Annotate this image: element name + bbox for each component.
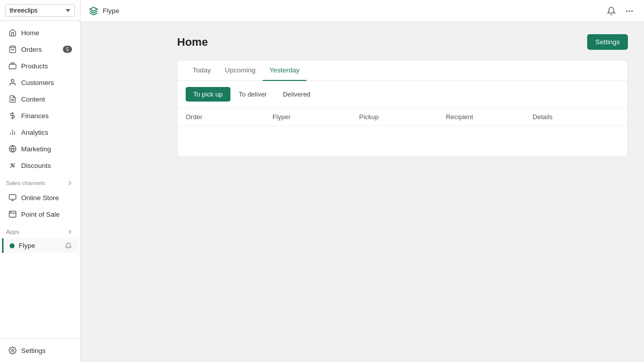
customers-icon xyxy=(8,78,17,87)
svg-point-21 xyxy=(626,11,627,12)
sidebar-item-label: Orders xyxy=(21,46,42,53)
page-header: Home Settings xyxy=(177,34,628,50)
flype-dot xyxy=(10,243,15,248)
sidebar-item-label: Content xyxy=(21,96,45,103)
sidebar-item-label: Customers xyxy=(21,79,54,86)
sales-channels-label: Sales channels xyxy=(6,180,45,186)
sidebar-item-discounts[interactable]: Discounts xyxy=(2,157,78,173)
svg-rect-14 xyxy=(9,195,16,199)
sidebar-item-label: Finances xyxy=(21,112,49,120)
settings-icon xyxy=(8,346,17,355)
sidebar-item-content[interactable]: Content xyxy=(2,91,78,107)
notifications-button[interactable] xyxy=(605,5,618,18)
table-body xyxy=(178,126,627,156)
sidebar-item-label: Online Store xyxy=(21,194,59,202)
topbar-actions xyxy=(605,5,636,18)
svg-point-22 xyxy=(629,11,630,12)
sidebar-item-flype[interactable]: Flype xyxy=(2,238,78,253)
subtab-delivered[interactable]: Delivered xyxy=(275,87,318,102)
sidebar-item-products[interactable]: Products xyxy=(2,58,78,74)
apps-label: Apps xyxy=(6,229,19,235)
col-order: Order xyxy=(186,113,272,121)
svg-rect-1 xyxy=(9,64,16,69)
store-selector[interactable]: threeclips Store 2 Store 3 xyxy=(0,0,80,21)
home-icon xyxy=(8,28,17,37)
flype-logo-icon xyxy=(89,6,99,16)
tab-today[interactable]: Today xyxy=(186,60,218,81)
subtab-to-deliver[interactable]: To deliver xyxy=(231,87,275,102)
main-card: Today Upcoming Yesterday To pick up To d… xyxy=(177,60,628,157)
bell-icon xyxy=(65,242,72,249)
svg-point-11 xyxy=(11,164,13,165)
svg-point-12 xyxy=(13,166,15,167)
sidebar-item-settings[interactable]: Settings xyxy=(2,342,78,358)
orders-icon xyxy=(8,45,17,54)
sidebar-item-home[interactable]: Home xyxy=(2,25,78,41)
col-details: Details xyxy=(533,113,619,121)
sidebar-item-analytics[interactable]: Analytics xyxy=(2,124,78,140)
sidebar-item-label: Settings xyxy=(21,347,46,354)
products-icon xyxy=(8,61,17,70)
more-options-button[interactable] xyxy=(623,5,636,18)
tab-upcoming[interactable]: Upcoming xyxy=(218,60,263,81)
subtab-to-pick-up[interactable]: To pick up xyxy=(186,87,230,102)
tab-yesterday[interactable]: Yesterday xyxy=(263,60,307,81)
table-header: Order Flyper Pickup Recipient Details xyxy=(178,108,627,126)
topbar-app-name: Flype xyxy=(103,7,119,15)
sidebar-item-label: Products xyxy=(21,62,48,70)
sales-channels-section[interactable]: Sales channels xyxy=(0,174,80,189)
sidebar-item-label: Point of Sale xyxy=(21,211,60,218)
settings-button[interactable]: Settings xyxy=(587,34,628,50)
sidebar-item-label: Home xyxy=(21,29,39,37)
svg-point-2 xyxy=(11,79,14,82)
analytics-icon xyxy=(8,128,17,137)
sub-tabs: To pick up To deliver Delivered xyxy=(178,81,627,108)
finances-icon xyxy=(8,111,17,120)
sidebar-item-marketing[interactable]: Marketing xyxy=(2,141,78,157)
sidebar-item-online-store[interactable]: Online Store xyxy=(2,190,78,206)
online-store-icon xyxy=(8,193,17,202)
sidebar-bottom: Settings xyxy=(0,338,80,362)
main-content: Home Settings Today Upcoming Yesterday T… xyxy=(161,22,644,362)
sidebar-item-orders[interactable]: Orders 5 xyxy=(2,41,78,57)
sidebar-item-label: Analytics xyxy=(21,129,48,136)
sidebar-item-customers[interactable]: Customers xyxy=(2,74,78,90)
sidebar-item-label: Discounts xyxy=(21,162,51,169)
sidebar-item-point-of-sale[interactable]: Point of Sale xyxy=(2,206,78,222)
sidebar-item-label: Flype xyxy=(19,242,35,249)
topbar: Flype xyxy=(80,0,644,22)
chevron-right-icon xyxy=(66,179,74,187)
marketing-icon xyxy=(8,144,17,153)
chevron-right-icon xyxy=(66,228,74,236)
col-pickup: Pickup xyxy=(359,113,446,121)
apps-section[interactable]: Apps xyxy=(0,223,80,238)
content-icon xyxy=(8,95,17,104)
col-flyper: Flyper xyxy=(272,113,359,121)
svg-point-20 xyxy=(12,349,14,351)
col-recipient: Recipient xyxy=(446,113,532,121)
svg-rect-17 xyxy=(9,211,16,217)
sidebar-item-label: Marketing xyxy=(21,145,51,153)
orders-badge: 5 xyxy=(63,46,72,53)
store-dropdown[interactable]: threeclips Store 2 Store 3 xyxy=(5,4,75,17)
sidebar-item-finances[interactable]: Finances xyxy=(2,108,78,124)
tabs-bar: Today Upcoming Yesterday xyxy=(178,60,627,81)
point-of-sale-icon xyxy=(8,210,17,219)
discounts-icon xyxy=(8,161,17,170)
svg-point-23 xyxy=(632,11,633,12)
sidebar: threeclips Store 2 Store 3 Home Orders 5 xyxy=(0,0,80,362)
page-title: Home xyxy=(177,36,208,49)
sidebar-nav: Home Orders 5 Products Customers xyxy=(0,21,80,338)
